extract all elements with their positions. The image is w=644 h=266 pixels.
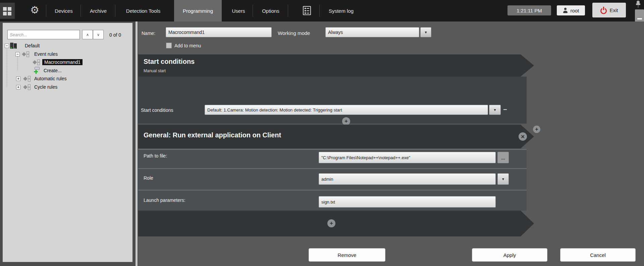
tree-item-event-rules[interactable]: − Event rules xyxy=(3,50,130,58)
launch-parameters-input[interactable] xyxy=(319,196,496,208)
tree-item-label: Create... xyxy=(44,68,62,73)
collapse-expander-icon[interactable]: − xyxy=(15,52,20,56)
start-conditions-title: Start conditions xyxy=(144,58,195,65)
application-window: ⚙ Devices Archive Detection Tools Progra… xyxy=(0,0,644,266)
divider xyxy=(115,5,115,17)
divider xyxy=(138,149,527,150)
chevron-down-icon: ∨ xyxy=(97,33,100,37)
remove-condition-button[interactable]: − xyxy=(503,106,507,113)
search-result-counter: 0 of 0 xyxy=(109,32,121,38)
tab-archive[interactable]: Archive xyxy=(83,0,113,21)
plus-icon: + xyxy=(535,126,538,132)
current-user-button[interactable]: root xyxy=(557,5,585,15)
user-name: root xyxy=(571,8,579,13)
role-select[interactable]: admin xyxy=(319,173,496,185)
plus-icon: + xyxy=(344,118,348,125)
tree-item-default[interactable]: − Default xyxy=(3,42,130,49)
create-plus-icon xyxy=(34,67,40,74)
expand-expander-icon[interactable]: + xyxy=(16,85,20,89)
chevron-down-icon: ▾ xyxy=(494,107,496,112)
macro-editor: Name: Working mode Always ▾ Add to menu … xyxy=(138,21,644,266)
name-input[interactable] xyxy=(166,27,272,37)
tab-detection-tools[interactable]: Detection Tools xyxy=(118,0,168,21)
working-mode-select[interactable]: Always xyxy=(325,27,419,37)
tree-item-label: Event rules xyxy=(34,51,58,57)
name-label: Name: xyxy=(142,31,155,36)
working-mode-label: Working mode xyxy=(278,30,310,36)
start-condition-dropdown-button[interactable]: ▾ xyxy=(489,105,501,115)
time-text: 1:21:11 PM xyxy=(517,8,542,13)
browse-button[interactable]: ... xyxy=(497,152,509,163)
divider xyxy=(253,5,253,17)
start-conditions-header: Start conditions Manual start xyxy=(138,54,534,77)
chevron-down-icon: ▾ xyxy=(502,177,504,181)
rules-icon xyxy=(23,84,31,90)
role-value: admin xyxy=(321,177,333,182)
layouts-button[interactable] xyxy=(0,3,15,19)
divider xyxy=(80,5,81,17)
tree-item-label: Cycle rules xyxy=(34,84,57,90)
tree-item-label: Default xyxy=(25,43,40,48)
search-next-button[interactable]: ∨ xyxy=(93,30,104,39)
search-prev-button[interactable]: ∧ xyxy=(82,30,93,39)
chevron-down-icon: ▾ xyxy=(425,30,427,35)
search-input[interactable] xyxy=(7,30,80,39)
start-conditions-row-label: Start conditions xyxy=(141,107,173,113)
divider xyxy=(138,190,527,190)
add-action-band: + xyxy=(138,211,534,236)
path-to-file-input[interactable] xyxy=(319,152,496,163)
add-condition-button[interactable]: + xyxy=(342,117,350,125)
exit-button[interactable]: Exit xyxy=(592,3,626,17)
system-log-button[interactable]: System log xyxy=(323,0,360,21)
rules-icon xyxy=(23,76,31,82)
tab-options[interactable]: Options xyxy=(256,0,286,21)
tab-devices[interactable]: Devices xyxy=(49,0,79,21)
launch-parameters-label: Launch parameters: xyxy=(144,197,185,203)
add-to-menu-checkbox[interactable] xyxy=(166,43,172,48)
cancel-button[interactable]: Cancel xyxy=(560,248,636,262)
collapse-panel-button[interactable] xyxy=(635,9,644,22)
add-action-plus-button[interactable]: + xyxy=(327,219,335,227)
action-header: General: Run external application on Cli… xyxy=(138,125,534,148)
tree-item-cycle-rules[interactable]: + Cycle rules xyxy=(3,83,130,91)
collapse-expander-icon[interactable]: − xyxy=(5,44,9,48)
gear-icon[interactable]: ⚙ xyxy=(30,5,39,15)
start-conditions-body: Start conditions Default: 1.Camera: Moti… xyxy=(138,77,527,124)
ellipsis-icon: ... xyxy=(501,155,505,161)
start-condition-value: Default: 1.Camera: Motion detection: Mot… xyxy=(207,107,342,113)
apply-button[interactable]: Apply xyxy=(472,248,547,262)
remove-button[interactable]: Remove xyxy=(309,248,385,262)
remove-action-button[interactable]: × xyxy=(519,132,527,141)
add-action-button[interactable]: + xyxy=(533,126,540,133)
expand-expander-icon[interactable]: + xyxy=(16,77,20,81)
tree-item-create[interactable]: Create... xyxy=(3,67,130,74)
start-condition-select[interactable]: Default: 1.Camera: Motion detection: Mot… xyxy=(205,105,488,115)
user-icon xyxy=(563,8,568,13)
working-mode-dropdown-button[interactable]: ▾ xyxy=(420,27,431,37)
tree-item-macrocommand1[interactable]: Macrocommand1 xyxy=(3,58,130,66)
divider xyxy=(138,168,527,169)
power-icon xyxy=(600,7,607,14)
system-log-icon[interactable] xyxy=(303,6,311,15)
divider xyxy=(46,5,46,17)
exit-label: Exit xyxy=(609,7,618,13)
tab-programming[interactable]: Programming xyxy=(174,0,222,21)
rules-icon xyxy=(22,51,30,57)
remove-label: Remove xyxy=(338,252,357,258)
tree-item-label-selected: Macrocommand1 xyxy=(42,59,83,65)
tab-users[interactable]: Users xyxy=(226,0,251,21)
minimize-icon xyxy=(637,18,642,19)
plus-icon: + xyxy=(330,220,333,227)
path-to-file-label: Path to file: xyxy=(144,153,167,159)
clock: 1:21:11 PM xyxy=(507,5,551,15)
working-mode-value: Always xyxy=(328,30,343,35)
macro-icon xyxy=(33,59,40,65)
close-icon: × xyxy=(521,133,525,140)
pin-icon[interactable] xyxy=(636,1,641,8)
cancel-label: Cancel xyxy=(590,252,606,258)
apply-label: Apply xyxy=(503,252,516,258)
panel-splitter[interactable] xyxy=(136,21,138,266)
add-to-menu-label: Add to menu xyxy=(174,43,201,48)
tree-item-automatic-rules[interactable]: + Automatic rules xyxy=(3,75,130,82)
role-dropdown-button[interactable]: ▾ xyxy=(497,173,509,185)
